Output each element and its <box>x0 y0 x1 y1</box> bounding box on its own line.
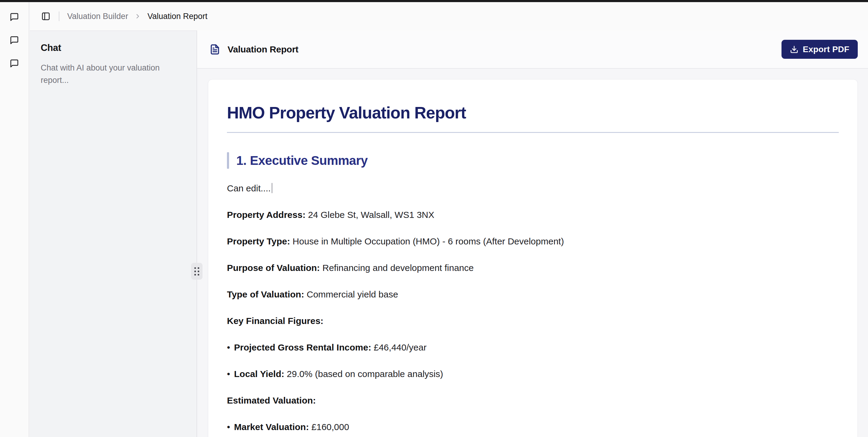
message-square-icon <box>10 36 19 45</box>
paragraph-label: Estimated Valuation: <box>227 396 316 405</box>
chat-thread-button-3[interactable] <box>9 58 20 68</box>
paragraph-label: Key Financial Figures: <box>227 316 323 326</box>
bullet-marker: • <box>227 422 230 432</box>
download-icon <box>790 45 798 54</box>
message-square-icon <box>10 12 19 22</box>
paragraph-text: 24 Glebe St, Walsall, WS1 3NX <box>308 210 434 220</box>
report-paragraph[interactable]: Purpose of Valuation: Refinancing and de… <box>227 262 839 274</box>
chat-thread-button-1[interactable] <box>9 12 20 22</box>
report-paragraph[interactable]: Key Financial Figures: <box>227 315 839 327</box>
chevron-right-icon <box>134 13 141 20</box>
paragraph-text: Refinancing and development finance <box>322 263 474 273</box>
section-heading[interactable]: 1. Executive Summary <box>227 152 839 169</box>
file-text-icon <box>210 44 220 55</box>
section-heading-bar <box>227 152 229 169</box>
paragraph-label: Market Valuation: <box>234 422 309 432</box>
sidebar-toggle-button[interactable] <box>41 11 51 22</box>
topbar-divider <box>59 11 59 21</box>
export-pdf-label: Export PDF <box>803 44 849 54</box>
left-icon-rail <box>0 2 29 437</box>
chat-thread-button-2[interactable] <box>9 35 20 45</box>
paragraph-label: Purpose of Valuation: <box>227 263 320 273</box>
paragraph-text: Commercial yield base <box>307 289 398 299</box>
main-area: Valuation Report Export PDF HMO Property… <box>197 30 868 437</box>
report-paragraph[interactable]: Estimated Valuation: <box>227 395 839 406</box>
report-paragraph[interactable]: Type of Valuation: Commercial yield base <box>227 289 839 300</box>
paragraph-text: House in Multiple Occupation (HMO) - 6 r… <box>293 236 564 246</box>
paragraph-label: Local Yield: <box>234 369 284 379</box>
paragraph-text: 29.0% (based on comparable analysis) <box>287 369 443 379</box>
paragraph-label: Property Type: <box>227 236 290 246</box>
panel-left-icon <box>41 12 50 21</box>
report-paragraph[interactable]: •Projected Gross Rental Income: £46,440/… <box>227 342 839 353</box>
message-square-icon <box>10 59 19 68</box>
paragraph-text: Can edit.... <box>227 183 271 193</box>
breadcrumb-current: Valuation Report <box>147 12 207 21</box>
text-cursor-caret <box>272 183 273 193</box>
report-paragraph[interactable]: Can edit.... <box>227 183 839 194</box>
panel-resizer-line <box>196 30 197 437</box>
export-pdf-button[interactable]: Export PDF <box>781 40 858 59</box>
report-title[interactable]: HMO Property Valuation Report <box>227 104 839 122</box>
paragraph-label: Property Address: <box>227 210 306 220</box>
top-bar: Valuation Builder Valuation Report <box>30 2 868 30</box>
document-scroll-area[interactable]: HMO Property Valuation Report 1. Executi… <box>197 69 868 437</box>
document-header: Valuation Report Export PDF <box>197 30 868 69</box>
document-header-title: Valuation Report <box>227 44 299 55</box>
report-card: HMO Property Valuation Report 1. Executi… <box>208 79 858 437</box>
paragraph-list: Can edit.... Property Address: 24 Glebe … <box>227 183 839 433</box>
bullet-marker: • <box>227 342 230 352</box>
report-paragraph[interactable]: Property Address: 24 Glebe St, Walsall, … <box>227 209 839 221</box>
panel-resizer-handle[interactable] <box>191 263 203 280</box>
breadcrumb: Valuation Builder Valuation Report <box>67 12 207 21</box>
chat-panel-title: Chat <box>41 42 186 53</box>
report-paragraph[interactable]: •Local Yield: 29.0% (based on comparable… <box>227 368 839 380</box>
report-paragraph[interactable]: •Market Valuation: £160,000 <box>227 421 839 433</box>
report-title-divider <box>227 132 839 133</box>
paragraph-text: £46,440/year <box>374 342 427 352</box>
window-top-bar <box>0 0 868 2</box>
bullet-marker: • <box>227 369 230 379</box>
paragraph-text: £160,000 <box>311 422 349 432</box>
grip-dots-icon <box>194 267 199 276</box>
paragraph-label: Type of Valuation: <box>227 289 304 299</box>
chat-panel-subtitle: Chat with AI about your valuation report… <box>41 62 173 87</box>
chat-panel: Chat Chat with AI about your valuation r… <box>30 30 196 437</box>
report-paragraph[interactable]: Property Type: House in Multiple Occupat… <box>227 236 839 247</box>
section-heading-title: 1. Executive Summary <box>236 153 368 168</box>
paragraph-label: Projected Gross Rental Income: <box>234 342 371 352</box>
breadcrumb-parent-link[interactable]: Valuation Builder <box>67 12 128 21</box>
